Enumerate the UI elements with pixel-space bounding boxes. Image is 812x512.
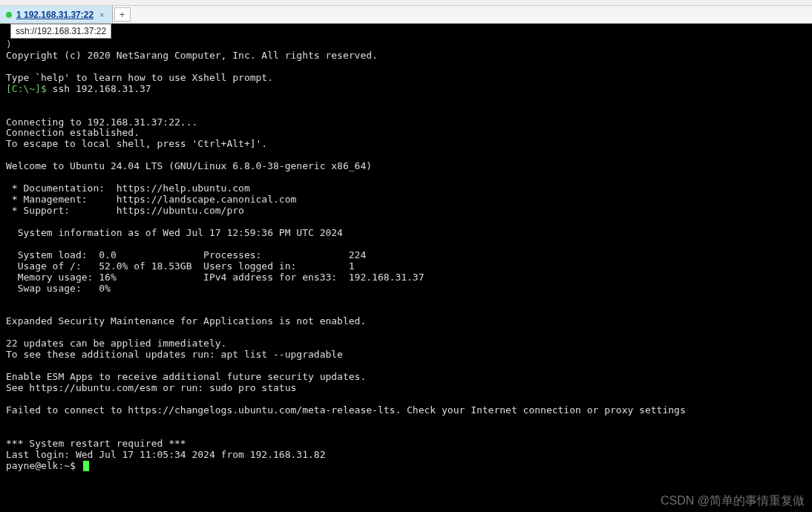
terminal-line: Type `help' to learn how to use Xshell p… [6, 72, 273, 83]
terminal-line: Failed to connect to https://changelogs.… [6, 404, 686, 416]
terminal-line: Swap usage: 0% [6, 283, 111, 294]
terminal-line: ) [6, 39, 12, 50]
terminal-line: System information as of Wed Jul 17 12:5… [6, 227, 343, 238]
terminal-line: Connecting to 192.168.31.37:22... [6, 116, 197, 128]
window-top-chrome [0, 0, 812, 6]
terminal-line: *** System restart required *** [6, 438, 186, 449]
ssh-command: ssh 192.168.31.37 [47, 83, 151, 94]
terminal-line: To see these additional updates run: apt… [6, 349, 343, 360]
terminal-line: System load: 0.0 Processes: 224 [6, 249, 366, 260]
terminal-line: * Documentation: https://help.ubuntu.com [6, 183, 250, 194]
local-prompt: [C:\~]$ [6, 83, 47, 94]
terminal-line: See https://ubuntu.com/esm or run: sudo … [6, 382, 296, 393]
terminal-line: 22 updates can be applied immediately. [6, 338, 226, 349]
shell-prompt: payne@elk:~$ [6, 460, 82, 471]
session-tab[interactable]: 1 192.168.31.37:22 × [0, 6, 113, 23]
tab-title: 1 192.168.31.37:22 [16, 10, 94, 20]
add-tab-button[interactable]: + [114, 7, 131, 22]
close-tab-button[interactable]: × [98, 10, 105, 19]
terminal-line: Copyright (c) 2020 NetSarang Computer, I… [6, 50, 378, 61]
tab-bar: 1 192.168.31.37:22 × + [0, 6, 812, 24]
terminal-output[interactable]: ) Copyright (c) 2020 NetSarang Computer,… [0, 24, 812, 512]
terminal-line: Expanded Security Maintenance for Applic… [6, 315, 366, 326]
watermark: CSDN @简单的事情重复做 [661, 494, 805, 508]
terminal-line: Last login: Wed Jul 17 11:05:34 2024 fro… [6, 449, 325, 460]
terminal-line: * Management: https://landscape.canonica… [6, 194, 296, 205]
terminal-line: Connection established. [6, 127, 140, 138]
terminal-line: Memory usage: 16% IPv4 address for ens33… [6, 272, 425, 283]
terminal-line: Usage of /: 52.0% of 18.53GB Users logge… [6, 260, 355, 272]
cursor-icon [83, 461, 89, 471]
terminal-line: * Support: https://ubuntu.com/pro [6, 205, 244, 216]
terminal-line: To escape to local shell, press 'Ctrl+Al… [6, 138, 267, 149]
terminal-line: Welcome to Ubuntu 24.04 LTS (GNU/Linux 6… [6, 160, 372, 171]
tab-tooltip: ssh://192.168.31.37:22 [10, 24, 111, 39]
terminal-line: Enable ESM Apps to receive additional fu… [6, 371, 366, 382]
connection-status-dot-icon [6, 12, 12, 18]
